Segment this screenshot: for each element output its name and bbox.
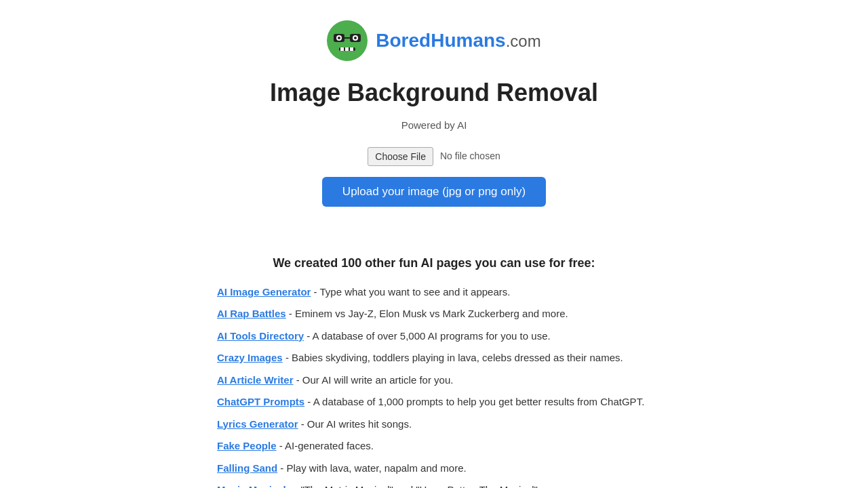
bored-humans-logo-icon — [327, 20, 368, 61]
svg-point-0 — [327, 20, 368, 61]
logo-text: BoredHumans.com — [376, 26, 540, 55]
promo-link[interactable]: Falling Sand — [217, 462, 277, 474]
upload-button[interactable]: Upload your image (jpg or png only) — [322, 177, 546, 207]
list-item: AI Tools Directory - A database of over … — [217, 329, 651, 344]
promo-link[interactable]: AI Rap Battles — [217, 308, 286, 319]
list-item: Crazy Images - Babies skydiving, toddler… — [217, 350, 651, 366]
list-item: Fake People - AI-generated faces. — [217, 439, 651, 454]
logo-humans: Humans — [431, 30, 505, 51]
logo-bored: Bored — [376, 30, 431, 51]
promo-section: We created 100 other fun AI pages you ca… — [217, 241, 651, 489]
svg-point-7 — [354, 37, 357, 39]
list-item: Falling Sand - Play with lava, water, na… — [217, 461, 651, 476]
svg-rect-11 — [350, 47, 353, 51]
promo-list: AI Image Generator - Type what you want … — [217, 285, 651, 489]
list-item: AI Article Writer - Our AI will write an… — [217, 373, 651, 388]
choose-file-button[interactable]: Choose File — [368, 147, 433, 166]
logo-area: BoredHumans.com — [122, 20, 746, 61]
promo-link[interactable]: Movie Musicals — [217, 484, 292, 488]
logo-dotcom: .com — [506, 32, 541, 50]
promo-link[interactable]: AI Article Writer — [217, 374, 294, 386]
no-file-label: No file chosen — [440, 149, 500, 163]
promo-link[interactable]: ChatGPT Prompts — [217, 396, 304, 407]
list-item: Movie Musicals - "The Matrix Musical" an… — [217, 483, 651, 488]
promo-link[interactable]: Lyrics Generator — [217, 418, 298, 430]
promo-link[interactable]: AI Image Generator — [217, 286, 311, 298]
promo-link[interactable]: Crazy Images — [217, 352, 283, 363]
svg-rect-10 — [345, 47, 349, 51]
list-item: AI Image Generator - Type what you want … — [217, 285, 651, 300]
svg-point-6 — [338, 37, 340, 39]
powered-by-text: Powered by AI — [122, 118, 746, 134]
page-wrapper: BoredHumans.com Image Background Removal… — [108, 0, 760, 488]
list-item: Lyrics Generator - Our AI writes hit son… — [217, 417, 651, 432]
promo-heading: We created 100 other fun AI pages you ca… — [217, 254, 651, 272]
promo-link[interactable]: AI Tools Directory — [217, 330, 304, 342]
promo-link[interactable]: Fake People — [217, 440, 277, 451]
svg-rect-9 — [340, 47, 344, 51]
file-input-area: Choose File No file chosen — [122, 147, 746, 166]
list-item: AI Rap Battles - Eminem vs Jay-Z, Elon M… — [217, 306, 651, 322]
page-title: Image Background Removal — [122, 75, 746, 111]
list-item: ChatGPT Prompts - A database of 1,000 pr… — [217, 394, 651, 410]
